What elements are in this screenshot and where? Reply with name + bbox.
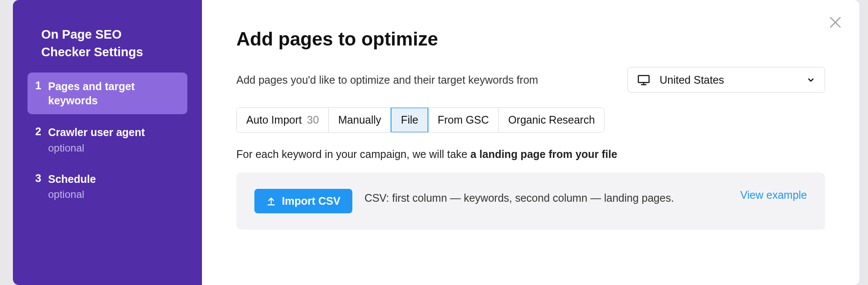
step-crawler-user-agent[interactable]: 2 Crawler user agent optional xyxy=(28,118,187,161)
sidebar-title-line1: On Page SEO xyxy=(41,27,122,41)
import-csv-button[interactable]: Import CSV xyxy=(254,189,352,213)
tab-label: Manually xyxy=(338,114,381,126)
step-pages-keywords[interactable]: 1 Pages and target keywords xyxy=(28,73,187,114)
description-text: Add pages you'd like to optimize and the… xyxy=(236,74,538,86)
tab-auto-import[interactable]: Auto Import 30 xyxy=(237,108,329,132)
desktop-icon xyxy=(637,73,650,86)
tab-manually[interactable]: Manually xyxy=(329,108,391,132)
import-tabs: Auto Import 30 Manually File From GSC Or… xyxy=(236,107,605,133)
tab-file[interactable]: File xyxy=(391,107,428,133)
close-icon xyxy=(829,16,842,29)
step-schedule[interactable]: 3 Schedule optional xyxy=(28,165,187,208)
step-body: Schedule optional xyxy=(48,172,96,201)
keyword-description: For each keyword in your campaign, we wi… xyxy=(236,148,825,161)
close-button[interactable] xyxy=(826,13,845,32)
step-body: Pages and target keywords xyxy=(48,79,180,107)
step-label: Pages and target keywords xyxy=(48,79,180,107)
import-button-label: Import CSV xyxy=(282,195,340,207)
step-optional: optional xyxy=(48,188,96,200)
tab-from-gsc[interactable]: From GSC xyxy=(428,108,498,132)
sidebar-steps: 1 Pages and target keywords 2 Crawler us… xyxy=(28,73,187,212)
import-description: CSV: first column — keywords, second col… xyxy=(364,189,723,207)
settings-modal: On Page SEO Checker Settings 1 Pages and… xyxy=(13,0,859,285)
country-select[interactable]: United States xyxy=(627,67,825,93)
country-label: United States xyxy=(660,74,724,86)
step-label: Schedule xyxy=(48,172,96,186)
step-label: Crawler user agent xyxy=(48,125,145,139)
view-example-link[interactable]: View example xyxy=(740,189,807,201)
tab-label: Organic Research xyxy=(508,114,595,126)
keyword-desc-bold: a landing page from your file xyxy=(471,148,617,160)
import-panel: Import CSV CSV: first column — keywords,… xyxy=(236,173,825,230)
sidebar: On Page SEO Checker Settings 1 Pages and… xyxy=(13,0,202,285)
main-content: Add pages to optimize Add pages you'd li… xyxy=(202,0,859,285)
step-number: 2 xyxy=(35,125,48,138)
sidebar-title: On Page SEO Checker Settings xyxy=(28,26,187,61)
tab-label: File xyxy=(401,114,418,126)
step-number: 1 xyxy=(35,79,48,92)
keyword-desc-prefix: For each keyword in your campaign, we wi… xyxy=(236,148,471,160)
description-row: Add pages you'd like to optimize and the… xyxy=(236,67,825,93)
tab-count: 30 xyxy=(307,114,319,126)
svg-rect-2 xyxy=(639,76,649,82)
tab-label: Auto Import xyxy=(246,114,302,126)
chevron-down-icon xyxy=(807,76,815,84)
page-title: Add pages to optimize xyxy=(236,28,825,50)
step-body: Crawler user agent optional xyxy=(48,125,145,154)
step-optional: optional xyxy=(48,142,145,154)
step-number: 3 xyxy=(35,172,48,185)
country-select-left: United States xyxy=(637,73,724,86)
import-desc-wrap: CSV: first column — keywords, second col… xyxy=(364,189,807,207)
upload-icon xyxy=(266,197,276,206)
tab-organic-research[interactable]: Organic Research xyxy=(499,108,604,132)
sidebar-title-line2: Checker Settings xyxy=(41,45,143,59)
tab-label: From GSC xyxy=(437,114,489,126)
